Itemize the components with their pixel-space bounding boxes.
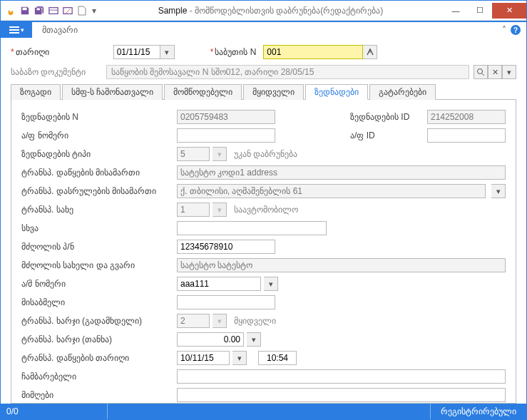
quick-access-toolbar: ▾ [5, 5, 98, 16]
date-dropdown-button[interactable]: ▾ [160, 45, 175, 59]
status-bar: 0/0 რეგისტრირებული [1, 404, 526, 419]
svg-rect-2 [9, 26, 19, 28]
maximize-button[interactable]: ☐ [468, 3, 492, 19]
basedoc-label: საბაზო დოკუმენტი [11, 67, 102, 77]
date-label: *თარიღი [11, 47, 49, 57]
trans-type-input[interactable] [177, 203, 210, 217]
tab-waybill[interactable]: ზედნადები [305, 84, 368, 100]
status-state: რეგისტრირებული [430, 404, 526, 419]
cost-payer-dropdown: ▾ [213, 314, 227, 328]
tab-pane-waybill: ზედნადების N ზედნადების ID ა/ფ ნომერი ა/… [11, 100, 516, 404]
cost-amount-dropdown[interactable]: ▾ [247, 332, 261, 347]
start-time-input[interactable] [258, 351, 297, 365]
toolbar-icon-5[interactable] [62, 5, 73, 16]
car-no-dropdown[interactable]: ▾ [264, 277, 278, 291]
svg-rect-3 [9, 29, 19, 31]
driver-pn-input[interactable] [177, 240, 275, 254]
start-date-dropdown[interactable]: ▾ [232, 351, 247, 365]
header-row: *თარიღი ▾ *საბუთის N [11, 45, 516, 59]
date-input[interactable] [113, 45, 160, 59]
car-no-label: ა/მ ნომერი [21, 279, 171, 289]
doc-title: - მომწოდებლისთვის დაბრუნება(რედაქტირება) [187, 6, 383, 16]
minimize-button[interactable]: — [444, 3, 468, 19]
af-no-label: ა/ფ ნომერი [21, 130, 171, 140]
driver-name-label: მძღოლის სახელი და გვარი [21, 260, 171, 270]
af-id-input[interactable] [427, 128, 506, 143]
docnum-action-button[interactable] [363, 45, 377, 59]
tab-entries[interactable]: გატარებები [369, 84, 436, 100]
trans-start-addr-label: ტრანსპ. დაწყების მისამართი [21, 168, 171, 178]
driver-pn-label: მძღოლის პ/ნ [21, 242, 171, 252]
zn-n-label: ზედნადების N [21, 112, 171, 122]
zn-type-dropdown: ▾ [213, 147, 227, 161]
tab-supplier[interactable]: მომწოდებელი [164, 84, 242, 100]
start-date-input[interactable] [177, 351, 230, 365]
acceptor-label: მიმღები [21, 390, 171, 400]
receiver-label: ჩამბარებელი [21, 372, 171, 381]
driver-name-input[interactable] [177, 258, 506, 272]
trans-start-addr-input[interactable] [177, 165, 506, 180]
basedoc-display: საწყობის შემოსავალი N სშო012, თარიღი 28/… [106, 65, 469, 79]
start-date-label: ტრანსპ. დაწყების თარიღი [21, 353, 171, 363]
af-id-label: ა/ფ ID [350, 130, 421, 140]
svg-point-5 [478, 69, 483, 74]
tab-strip: ზოგადი სმფ-ს ჩამონათვალი მომწოდებელი მყი… [11, 83, 516, 100]
cost-payer-text: მყიდველი [234, 316, 276, 326]
svg-rect-0 [49, 7, 58, 14]
flame-icon[interactable] [5, 5, 16, 16]
toolbar-icon-4[interactable] [48, 5, 59, 16]
app-name: Sample [158, 6, 188, 16]
acceptor-input[interactable] [177, 388, 506, 402]
af-no-input[interactable] [177, 128, 275, 143]
trans-end-addr-label: ტრანსპ. დასრულების მისამართი [21, 186, 190, 196]
svg-rect-1 [63, 7, 72, 14]
file-menu-button[interactable]: ▾ [1, 22, 32, 38]
ribbon-tab-main[interactable]: მთავარი [32, 22, 88, 38]
titlebar: ▾ Sample - მომწოდებლისთვის დაბრუნება(რედ… [1, 1, 526, 21]
zn-type-label: ზედნადების ტიპი [21, 149, 171, 159]
tab-general[interactable]: ზოგადი [11, 84, 61, 100]
close-button[interactable]: ✕ [492, 3, 526, 19]
docnum-label: *საბუთის N [210, 47, 257, 57]
zn-type-text: უკან დაბრუნება [234, 149, 297, 159]
other-label: სხვა [21, 223, 171, 233]
docnum-input[interactable] [263, 45, 363, 59]
qat-dropdown-icon[interactable]: ▾ [91, 5, 98, 16]
car-no-input[interactable] [177, 277, 261, 291]
svg-rect-4 [9, 32, 19, 34]
trailer-input[interactable] [177, 295, 275, 309]
trans-type-dropdown: ▾ [213, 203, 227, 217]
tab-smf-list[interactable]: სმფ-ს ჩამონათვალი [62, 84, 163, 100]
doc-icon[interactable] [76, 5, 88, 16]
trailer-label: მისაბმელი [21, 297, 171, 307]
zn-n-input[interactable] [177, 110, 275, 124]
status-counter: 0/0 [1, 404, 108, 419]
basedoc-search-button[interactable] [474, 65, 488, 79]
zn-id-input[interactable] [427, 110, 506, 124]
other-input[interactable] [177, 221, 327, 235]
tab-buyer[interactable]: მყიდველი [243, 84, 304, 100]
trans-type-text: საავტომობილო [234, 205, 298, 215]
save-all-icon[interactable] [34, 5, 45, 16]
trans-type-label: ტრანსპ. სახე [21, 205, 171, 215]
cost-amount-input[interactable] [177, 332, 244, 347]
basedoc-dropdown-button[interactable]: ▾ [502, 65, 516, 79]
basedoc-row: საბაზო დოკუმენტი საწყობის შემოსავალი N ს… [11, 65, 516, 79]
ribbon: ▾ მთავარი ˄ ? [1, 21, 526, 38]
save-icon[interactable] [19, 5, 31, 16]
content-area: *თარიღი ▾ *საბუთის N საბაზო დოკუმენტი სა… [1, 38, 526, 404]
zn-id-label: ზედნადების ID [350, 112, 421, 122]
cost-amount-label: ტრანსპ. ხარჯი (თანხა) [21, 334, 171, 344]
trans-end-addr-dropdown[interactable]: ▾ [491, 184, 506, 198]
receiver-input[interactable] [177, 369, 506, 384]
cost-payer-label: ტრანსპ. ხარჯი (გადამხდელი) [21, 316, 171, 326]
help-icon[interactable]: ? [511, 25, 521, 35]
cost-payer-input[interactable] [177, 314, 210, 328]
zn-type-input[interactable] [177, 147, 210, 161]
ribbon-collapse-icon[interactable]: ˄ [502, 25, 506, 35]
trans-end-addr-input[interactable] [177, 184, 486, 198]
window-title: Sample - მომწოდებლისთვის დაბრუნება(რედაქ… [98, 6, 444, 16]
basedoc-clear-button[interactable]: ✕ [488, 65, 502, 79]
